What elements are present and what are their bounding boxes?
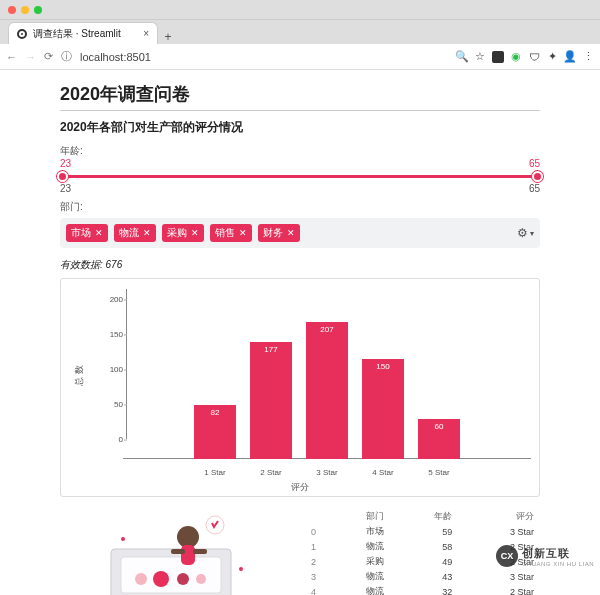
- puzzle-icon[interactable]: ✦: [546, 51, 558, 63]
- survey-illustration-icon: [93, 509, 263, 595]
- table-row[interactable]: 3物流433 Star: [305, 569, 540, 584]
- star-icon[interactable]: ☆: [474, 51, 486, 63]
- chip[interactable]: 采购✕: [162, 224, 204, 242]
- url-field[interactable]: localhost:8501: [80, 51, 448, 63]
- age-slider[interactable]: [60, 169, 540, 185]
- svg-point-7: [177, 526, 199, 548]
- svg-point-6: [196, 574, 206, 584]
- x-tick: 2 Star: [250, 468, 292, 477]
- svg-rect-9: [171, 549, 185, 554]
- chip[interactable]: 市场✕: [66, 224, 108, 242]
- watermark-logo-icon: CX: [496, 545, 518, 567]
- search-icon[interactable]: 🔍: [456, 51, 468, 63]
- chip-remove-icon[interactable]: ✕: [95, 228, 103, 238]
- back-icon[interactable]: ←: [6, 51, 17, 63]
- x-ticks: 1 Star2 Star3 Star4 Star5 Star: [127, 468, 527, 477]
- chip-remove-icon[interactable]: ✕: [287, 228, 295, 238]
- chip[interactable]: 销售✕: [210, 224, 252, 242]
- svg-rect-8: [181, 545, 195, 565]
- shield-icon[interactable]: 🛡: [528, 51, 540, 63]
- svg-point-5: [177, 573, 189, 585]
- table-row[interactable]: 0市场593 Star: [305, 524, 540, 539]
- tab-title: 调查结果 · Streamlit: [33, 27, 121, 41]
- x-tick: 5 Star: [418, 468, 460, 477]
- info-icon[interactable]: ⓘ: [61, 49, 72, 64]
- multiselect-settings-icon[interactable]: ⚙▾: [517, 226, 534, 240]
- x-tick: 3 Star: [306, 468, 348, 477]
- browser-tab[interactable]: 调查结果 · Streamlit ×: [8, 22, 158, 44]
- bar: 207: [306, 322, 348, 459]
- chip[interactable]: 财务✕: [258, 224, 300, 242]
- menu-icon[interactable]: ⋮: [582, 51, 594, 63]
- dept-multiselect[interactable]: 市场✕ 物流✕ 采购✕ 销售✕ 财务✕ ⚙▾: [60, 218, 540, 248]
- svg-point-3: [135, 573, 147, 585]
- page-subtitle: 2020年各部门对生产部的评分情况: [60, 119, 540, 136]
- address-bar: ← → ⟳ ⓘ localhost:8501 🔍 ☆ ◉ 🛡 ✦ 👤 ⋮: [0, 44, 600, 70]
- x-axis-label: 评分: [67, 481, 533, 494]
- chip-remove-icon[interactable]: ✕: [239, 228, 247, 238]
- lower-row: Designed by 小F / 法纳斯特 部门年龄评分0市场593 Star1…: [60, 509, 540, 595]
- chip[interactable]: 物流✕: [114, 224, 156, 242]
- x-tick: 1 Star: [194, 468, 236, 477]
- illustration-box: Designed by 小F / 法纳斯特: [60, 509, 295, 595]
- bar: 177: [250, 342, 292, 459]
- bar: 60: [418, 419, 460, 459]
- bar-chart: 总 数 0 50 100 150 200 8217720715060 1 Sta…: [60, 278, 540, 497]
- page-title: 2020年调查问卷: [60, 82, 540, 111]
- svg-point-13: [239, 567, 243, 571]
- plot-area: 总 数 0 50 100 150 200 8217720715060 1 Sta…: [99, 289, 531, 479]
- slider-thumb-high[interactable]: [532, 171, 543, 182]
- window-close-icon[interactable]: [8, 6, 16, 14]
- extension-green-icon[interactable]: ◉: [510, 51, 522, 63]
- slider-thumb-low[interactable]: [57, 171, 68, 182]
- window-minimize-icon[interactable]: [21, 6, 29, 14]
- tab-close-icon[interactable]: ×: [143, 28, 149, 39]
- window-maximize-icon[interactable]: [34, 6, 42, 14]
- svg-point-12: [121, 537, 125, 541]
- x-tick: 4 Star: [362, 468, 404, 477]
- browser-window: 调查结果 · Streamlit × + ← → ⟳ ⓘ localhost:8…: [0, 0, 600, 595]
- svg-rect-2: [121, 557, 221, 593]
- bars-container: 8217720715060: [127, 289, 527, 459]
- profile-icon[interactable]: 👤: [564, 51, 576, 63]
- toolbar-extensions: 🔍 ☆ ◉ 🛡 ✦ 👤 ⋮: [456, 51, 594, 63]
- y-axis-label: 总 数: [73, 365, 86, 386]
- dept-label: 部门:: [60, 200, 540, 214]
- y-axis: 0 50 100 150 200: [99, 289, 123, 459]
- chip-remove-icon[interactable]: ✕: [191, 228, 199, 238]
- age-label: 年龄:: [60, 144, 540, 158]
- bar: 150: [362, 359, 404, 459]
- page-content: 2020年调查问卷 2020年各部门对生产部的评分情况 年龄: 23 65 23…: [0, 70, 600, 595]
- table-row[interactable]: 4物流322 Star: [305, 584, 540, 595]
- extension-icon[interactable]: [492, 51, 504, 63]
- new-tab-button[interactable]: +: [158, 30, 178, 44]
- slider-values: 23 65: [60, 158, 540, 169]
- forward-icon[interactable]: →: [25, 51, 36, 63]
- window-titlebar: [0, 0, 600, 20]
- reload-icon[interactable]: ⟳: [44, 50, 53, 63]
- chip-remove-icon[interactable]: ✕: [143, 228, 151, 238]
- watermark: CX 创新互联 CHUANG XIN HU LIAN: [496, 545, 594, 567]
- svg-rect-10: [193, 549, 207, 554]
- bar: 82: [194, 405, 236, 459]
- tab-strip: 调查结果 · Streamlit × +: [0, 20, 600, 44]
- slider-track-line: [60, 175, 540, 178]
- valid-data-count: 有效数据: 676: [60, 258, 540, 272]
- slider-low-value: 23: [60, 158, 71, 169]
- svg-point-4: [153, 571, 169, 587]
- slider-high-value: 65: [529, 158, 540, 169]
- favicon-icon: [17, 29, 27, 39]
